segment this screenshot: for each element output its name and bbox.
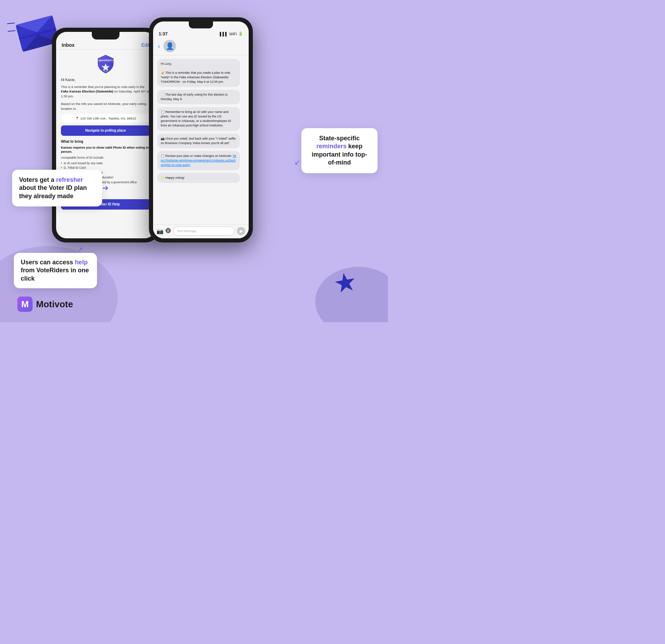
- email-edit-button[interactable]: Edit: [141, 42, 150, 48]
- logo-icon: M: [17, 297, 33, 312]
- email-location: 📍 120 SW 10th Ave , Topeka, KS, 66612: [61, 114, 150, 123]
- sms-messages-container: Hi Lucy, ☝ This is a reminder that you m…: [153, 55, 249, 224]
- logo-m-letter: M: [21, 299, 29, 310]
- what-to-bring-title: What to bring: [61, 139, 150, 144]
- callout-reminders-text: State-specific reminders keep important …: [308, 134, 371, 167]
- sms-message-6: ✨ Happy voting!: [157, 173, 240, 183]
- svg-text:UNIVERSITY: UNIVERSITY: [98, 59, 113, 62]
- callout-arrow-up: ↗: [77, 245, 83, 254]
- app-store-icon[interactable]: 🅐: [166, 228, 171, 234]
- sms-header: ‹ 👤: [153, 38, 249, 55]
- sms-message-4: 📸 Once you voted, text back with your "I…: [157, 134, 240, 148]
- acceptable-forms-label: Acceptable forms of ID include:: [61, 156, 150, 160]
- callout-help-text: Users can access help from VoteRiders in…: [21, 258, 90, 283]
- email-body: Hi Kacie, This is a reminder that you're…: [56, 77, 155, 238]
- phone-notch-right: [189, 21, 213, 28]
- email-greeting: Hi Kacie,: [61, 77, 150, 82]
- email-paragraph1: This is a reminder that you're planning …: [61, 85, 150, 99]
- phone-notch-left: [92, 32, 119, 39]
- sms-phone: 1:37 ▌▌▌ WiFi 🔋 ‹ 👤 Hi Lucy, ☝ This is a…: [149, 17, 253, 242]
- callout-arrow-left: ↙: [294, 158, 300, 166]
- motivote-logo: M Motivote: [17, 297, 73, 312]
- callout-help: Users can access help from VoteRiders in…: [14, 253, 97, 288]
- sms-indicators: ▌▌▌ WiFi 🔋: [220, 32, 243, 36]
- send-button[interactable]: ▶: [237, 227, 245, 235]
- shield-icon: UNIVERSITY: [95, 54, 116, 74]
- sms-message-3: 📋 Remember to bring an ID with your name…: [157, 107, 240, 131]
- university-logo: UNIVERSITY: [56, 50, 155, 77]
- sms-link[interactable]: https://motivote-employee-engagement.mot…: [161, 154, 236, 167]
- sms-input-bar: 📷 🅐 Text Message ▶: [153, 224, 249, 238]
- sms-message-2: 🕐 The last day of early voting for this …: [157, 90, 240, 104]
- callout-reminders: State-specific reminders keep important …: [301, 128, 378, 173]
- callout-voter-id-text: Voters get a refresher about the Voter I…: [19, 176, 95, 200]
- signal-icon: ▌▌▌: [220, 32, 228, 36]
- sms-message-1: Hi Lucy, ☝ This is a reminder that you m…: [157, 59, 240, 87]
- sms-time: 1:37: [159, 31, 168, 36]
- callout-reminders-highlight: reminders: [316, 143, 346, 150]
- callout-voter-id-highlight: refresher: [56, 176, 83, 183]
- wifi-icon: WiFi: [229, 32, 237, 36]
- email-phone: Inbox Edit UNIVERSITY Hi Kacie,: [52, 28, 159, 242]
- sms-status-bar: 1:37 ▌▌▌ WiFi 🔋: [153, 28, 249, 38]
- navigate-button[interactable]: Navigate to polling place: [61, 125, 150, 136]
- back-button[interactable]: ‹: [158, 43, 160, 50]
- email-paragraph2: Based on the info you saved on Motivote,…: [61, 102, 150, 111]
- id-list-item: er ID card issued by any state: [64, 161, 150, 166]
- camera-icon[interactable]: 📷: [157, 228, 163, 235]
- sms-message-5: 📋 Review your plan or make changes on Mo…: [157, 151, 240, 170]
- avatar: 👤: [163, 40, 176, 52]
- person-icon: 👤: [166, 42, 174, 50]
- ks-requirement: Kansas requires you to show valid Photo …: [61, 145, 150, 154]
- callout-arrow-right: ➜: [102, 184, 108, 193]
- battery-icon: 🔋: [238, 32, 243, 36]
- logo-brand-name: Motivote: [36, 299, 73, 310]
- text-message-placeholder: Text Message: [177, 229, 196, 233]
- email-inbox-label: Inbox: [62, 42, 74, 48]
- sparkle-lines: ——: [7, 19, 16, 35]
- sms-text-input[interactable]: Text Message: [173, 227, 235, 236]
- email-header: Inbox Edit: [56, 39, 155, 50]
- callout-help-highlight: help: [75, 259, 88, 266]
- callout-voter-id: Voters get a refresher about the Voter I…: [12, 170, 102, 206]
